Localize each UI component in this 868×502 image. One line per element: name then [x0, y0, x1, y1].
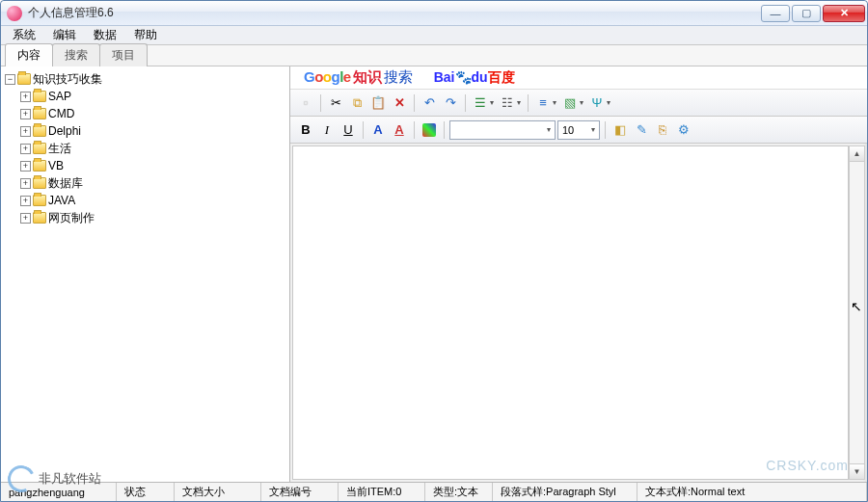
menu-system[interactable]: 系统 [5, 25, 43, 45]
tree-item[interactable]: +JAVA [20, 192, 287, 209]
separator [528, 94, 529, 112]
titlebar[interactable]: 个人信息管理6.6 — ▢ ✕ [1, 1, 867, 26]
font-size-combo[interactable]: 10 ▾ [557, 120, 600, 140]
separator [363, 121, 364, 139]
copy-button[interactable]: ⧉ [347, 93, 366, 113]
expand-icon[interactable]: + [20, 213, 31, 224]
chevron-down-icon[interactable]: ▾ [607, 98, 612, 107]
copy-icon: ⧉ [353, 95, 362, 111]
collapse-icon[interactable]: − [5, 74, 15, 85]
maximize-button[interactable]: ▢ [792, 5, 821, 22]
underline-button[interactable]: U [339, 120, 358, 140]
expand-icon[interactable]: + [20, 126, 31, 137]
app-window: 个人信息管理6.6 — ▢ ✕ 系统 编辑 数据 帮助 内容 搜索 项目 − [0, 0, 868, 502]
status-type: 类型:文本 [425, 483, 493, 501]
folder-icon [33, 160, 46, 172]
status-text: 文本式样:Normal text [637, 483, 867, 501]
tree-item-label: 生活 [48, 140, 71, 157]
google-search-link[interactable]: Google知识搜索 [304, 68, 413, 87]
tree-item[interactable]: +SAP [20, 88, 287, 105]
statusbar: pangzhenguang 状态 文档大小 文档编号 当前ITEM:0 类型:文… [1, 482, 867, 501]
text-editor[interactable] [292, 145, 849, 480]
copy-format-button[interactable]: ✎ [632, 120, 651, 140]
clear-format-button[interactable]: ◧ [610, 120, 630, 140]
chevron-down-icon[interactable]: ▾ [517, 98, 523, 107]
tree-root-node[interactable]: − 知识技巧收集 [5, 70, 287, 88]
italic-button[interactable]: I [317, 120, 337, 140]
tree-item-label: VB [48, 157, 64, 174]
numlist-button[interactable]: ☷ [498, 93, 517, 113]
main-panel: Google知识搜索 Bai🐾du百度 ▫ ✂ ⧉ 📋 ✕ ↶ ↷ ☰▾ ☷▾ [290, 66, 867, 482]
image-button[interactable]: ▧ [560, 93, 580, 113]
sidebar-tree[interactable]: − 知识技巧收集 +SAP +CMD +Delphi +生活 +VB +数据库 … [1, 66, 290, 482]
tree-item[interactable]: +数据库 [20, 174, 287, 192]
folder-icon [33, 125, 46, 137]
paste-button[interactable]: 📋 [368, 93, 388, 113]
status-docno: 文档编号 [261, 483, 339, 501]
underline-icon: U [343, 122, 352, 137]
baidu-logo: Bai🐾du [434, 69, 488, 85]
image-icon: ▧ [564, 95, 576, 110]
scroll-up-arrow[interactable]: ▲ [850, 146, 864, 162]
separator [605, 121, 606, 139]
list-button[interactable]: ☰ [471, 93, 490, 113]
paste-format-button[interactable]: ⎘ [653, 120, 672, 140]
tree-item[interactable]: +网页制作 [20, 209, 287, 226]
minimize-button[interactable]: — [761, 5, 790, 22]
tree-item[interactable]: +Delphi [20, 122, 287, 140]
chevron-down-icon[interactable]: ▾ [553, 98, 558, 107]
redo-button[interactable]: ↷ [441, 93, 460, 113]
tree-item-label: 网页制作 [48, 209, 95, 226]
expand-icon[interactable]: + [20, 109, 31, 119]
search-links-bar: Google知识搜索 Bai🐾du百度 [290, 66, 867, 90]
close-button[interactable]: ✕ [823, 5, 865, 22]
scroll-down-arrow[interactable]: ▼ [850, 463, 864, 479]
x-icon: ✕ [394, 95, 405, 110]
expand-icon[interactable]: + [20, 144, 31, 154]
chevron-down-icon: ▾ [545, 125, 553, 134]
undo-button[interactable]: ↶ [420, 93, 439, 113]
tab-search[interactable]: 搜索 [52, 43, 100, 66]
align-button[interactable]: ≡ [533, 93, 553, 113]
chevron-down-icon[interactable]: ▾ [580, 98, 585, 107]
expand-icon[interactable]: + [20, 196, 31, 206]
new-button[interactable]: ▫ [296, 93, 315, 113]
redo-icon: ↷ [446, 95, 456, 110]
menu-data[interactable]: 数据 [86, 25, 124, 45]
bold-button[interactable]: B [296, 120, 315, 140]
tree-item[interactable]: +生活 [20, 140, 287, 157]
knowledge-label: 知识 [353, 68, 382, 85]
options-button[interactable]: ⚙ [674, 120, 693, 140]
highlight-button[interactable]: A [390, 120, 409, 140]
maximize-icon: ▢ [801, 7, 811, 19]
tree-item[interactable]: +CMD [20, 105, 287, 122]
tab-content[interactable]: 内容 [5, 43, 53, 66]
expand-icon[interactable]: + [20, 161, 31, 172]
menu-edit[interactable]: 编辑 [45, 25, 84, 45]
separator [414, 94, 415, 112]
brush-icon: ✎ [637, 122, 647, 137]
tree-item-label: CMD [48, 105, 74, 122]
vertical-scrollbar[interactable]: ▲ ▼ [849, 145, 865, 480]
tree-item[interactable]: +VB [20, 157, 287, 174]
menu-help[interactable]: 帮助 [126, 25, 165, 45]
font-family-combo[interactable]: ▾ [449, 120, 556, 140]
scroll-track[interactable] [850, 162, 864, 463]
folder-icon [33, 108, 46, 119]
cut-button[interactable]: ✂ [326, 93, 345, 113]
delete-button[interactable]: ✕ [390, 93, 409, 113]
font-color-button[interactable]: A [368, 120, 388, 140]
tab-project[interactable]: 项目 [99, 43, 148, 66]
chevron-down-icon: ▾ [589, 125, 597, 134]
expand-icon[interactable]: + [20, 178, 31, 189]
chevron-down-icon[interactable]: ▾ [490, 98, 496, 107]
expand-icon[interactable]: + [20, 92, 31, 102]
menubar: 系统 编辑 数据 帮助 [1, 26, 867, 45]
theme-button[interactable] [420, 120, 439, 140]
symbol-button[interactable]: Ψ [587, 93, 607, 113]
editor-wrap: ▲ ▼ [290, 144, 867, 482]
eraser-icon: ◧ [614, 122, 626, 137]
tree: − 知识技巧收集 +SAP +CMD +Delphi +生活 +VB +数据库 … [3, 70, 287, 226]
paw-icon: 🐾 [455, 69, 472, 85]
baidu-search-link[interactable]: Bai🐾du百度 [434, 68, 515, 87]
